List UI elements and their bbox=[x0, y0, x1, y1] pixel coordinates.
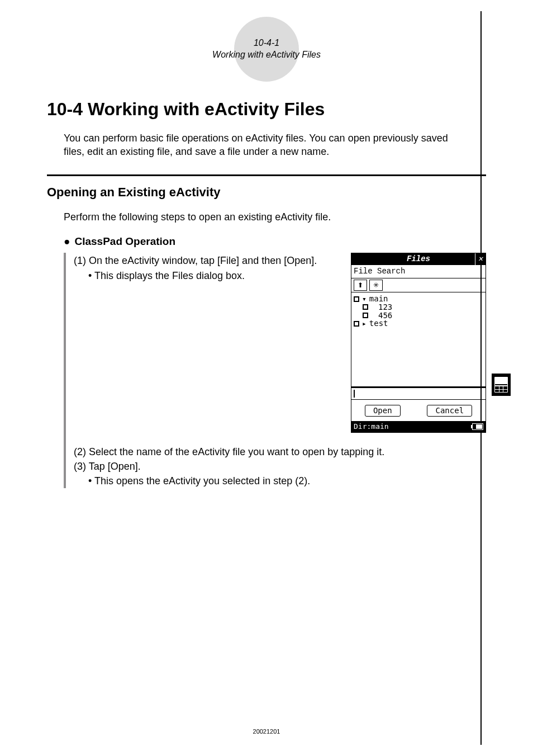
cancel-button[interactable]: Cancel bbox=[427, 405, 472, 417]
step-3-bullet: • This opens the eActivity you selected … bbox=[88, 474, 486, 488]
close-icon[interactable]: ✕ bbox=[475, 253, 486, 265]
header-section-number: 10-4-1 bbox=[212, 37, 321, 49]
dialog-statusbar: Dir:main bbox=[351, 421, 486, 432]
dialog-menubar[interactable]: File Search bbox=[351, 265, 486, 278]
procedure-block: (1) On the eActivity window, tap [File] … bbox=[64, 253, 486, 488]
operation-label: ClassPad Operation bbox=[74, 234, 175, 249]
new-folder-icon[interactable]: ✳ bbox=[369, 280, 383, 291]
status-dir: Dir:main bbox=[354, 422, 389, 432]
subsection-intro: Perform the following steps to open an e… bbox=[64, 210, 464, 224]
up-folder-icon[interactable]: ⬆ bbox=[354, 280, 367, 291]
bullet-icon: ● bbox=[64, 234, 70, 249]
header-section-name: Working with eActivity Files bbox=[212, 49, 321, 61]
tree-folder-main[interactable]: main bbox=[369, 295, 388, 303]
step-2: (2) Select the name of the eActivity fil… bbox=[74, 445, 486, 459]
tree-item-123[interactable]: 123 bbox=[378, 303, 392, 311]
open-button[interactable]: Open bbox=[365, 405, 401, 417]
files-dialog-screenshot: Files ✕ File Search ⬆ ✳ main 123 456 tes… bbox=[351, 253, 486, 432]
dialog-title: Files bbox=[407, 254, 430, 263]
divider bbox=[47, 174, 486, 176]
step-1: (1) On the eActivity window, tap [File] … bbox=[74, 254, 340, 267]
tree-folder-test[interactable]: test bbox=[369, 319, 388, 328]
step-1-bullet: • This displays the Files dialog box. bbox=[88, 269, 340, 282]
filename-input[interactable] bbox=[351, 388, 486, 400]
page-title: 10-4 Working with eActivity Files bbox=[47, 97, 486, 121]
tree-item-456[interactable]: 456 bbox=[378, 311, 392, 320]
file-tree[interactable]: main 123 456 test bbox=[351, 292, 486, 388]
dialog-titlebar: Files ✕ bbox=[351, 253, 486, 265]
step-3: (3) Tap [Open]. bbox=[74, 460, 486, 473]
calculator-tab-icon[interactable] bbox=[492, 374, 511, 396]
footer-date: 20021201 bbox=[0, 727, 533, 736]
intro-paragraph: You can perform basic file operations on… bbox=[64, 131, 464, 159]
subsection-heading: Opening an Existing eActivity bbox=[47, 184, 486, 201]
operation-label-row: ● ClassPad Operation bbox=[64, 234, 486, 249]
battery-icon bbox=[472, 423, 483, 430]
header-badge: 10-4-1 Working with eActivity Files bbox=[47, 17, 486, 82]
page-right-rule bbox=[480, 11, 482, 745]
dialog-toolbar: ⬆ ✳ bbox=[351, 278, 486, 292]
